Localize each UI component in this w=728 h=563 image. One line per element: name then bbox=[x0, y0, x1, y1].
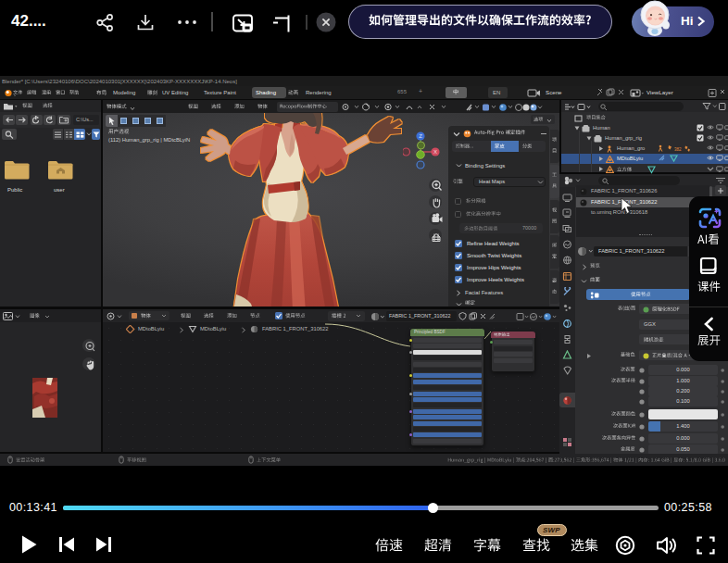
svg-text:382: 382 bbox=[674, 147, 682, 152]
svg-text:X: X bbox=[433, 149, 437, 155]
svg-text:Z: Z bbox=[419, 133, 422, 139]
